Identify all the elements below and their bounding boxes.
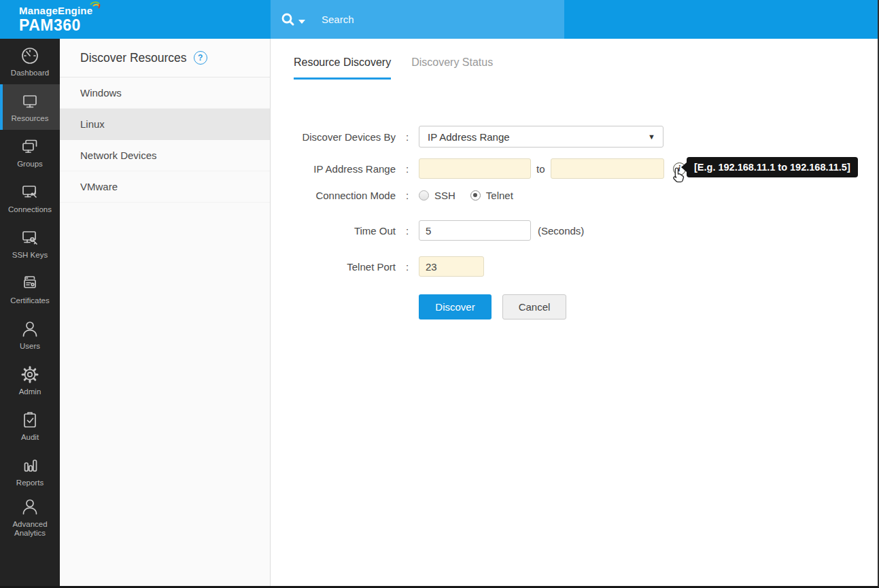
- ip-range-row: IP Address Range : to [E.g. 192.168.11.1…: [294, 158, 878, 179]
- telnet-port-label: Telnet Port: [294, 261, 396, 273]
- sidebar-item[interactable]: Connections: [0, 175, 60, 221]
- tab-label: Resource Discovery: [294, 56, 391, 68]
- brand-name: ManageEngine: [19, 5, 92, 16]
- sidebar-item[interactable]: Users: [0, 312, 60, 358]
- page-title: Discover Resources: [80, 51, 187, 65]
- sidebar-item-label: Connections: [8, 205, 52, 214]
- resources-icon: [19, 90, 41, 112]
- telnet-port-input[interactable]: [419, 256, 484, 277]
- connections-icon: [19, 181, 41, 203]
- radio-option-label: SSH: [434, 190, 455, 201]
- ssh-keys-icon: [19, 227, 41, 249]
- sidebar-item-label: Admin: [19, 387, 41, 396]
- sidebar-item[interactable]: Groups: [0, 130, 60, 175]
- ip-range-label: IP Address Range: [294, 163, 396, 175]
- resource-type-item[interactable]: Windows: [60, 77, 270, 109]
- sidebar-item-label: Advanced Analytics: [3, 520, 56, 538]
- sidebar-item-label: Audit: [21, 433, 39, 442]
- help-icon[interactable]: [194, 51, 207, 65]
- certificates-icon: [19, 273, 41, 294]
- discovery-form: Discover Devices By : IP Address Range I…: [294, 126, 878, 319]
- timeout-row: Time Out : (Seconds): [294, 220, 878, 241]
- sidebar-item-label: Groups: [17, 160, 43, 169]
- groups-icon: [19, 136, 41, 158]
- connection-mode-option[interactable]: SSH: [419, 190, 455, 201]
- advanced-analytics-icon: [19, 496, 41, 518]
- tab[interactable]: Discovery Status: [411, 56, 493, 80]
- search-input[interactable]: [322, 14, 546, 25]
- top-header: ManageEngine PAM360: [0, 0, 878, 39]
- sidebar-item-label: Resources: [12, 114, 49, 123]
- secondary-sidebar: Discover Resources Windows Linux Network…: [60, 39, 271, 586]
- reports-icon: [19, 455, 41, 477]
- ip-range-to-label: to: [536, 163, 545, 175]
- radio-option-label: Telnet: [486, 190, 513, 201]
- dashboard-icon: [19, 45, 41, 67]
- telnet-port-row: Telnet Port :: [294, 256, 878, 277]
- sidebar-item[interactable]: Resources: [0, 84, 60, 130]
- radio-icon: [470, 190, 481, 201]
- resource-type-label: Network Devices: [80, 150, 157, 161]
- tab-bar: Resource Discovery Discovery Status: [294, 39, 878, 80]
- timeout-input[interactable]: [419, 220, 531, 241]
- product-name: PAM360: [19, 16, 92, 35]
- ip-range-to-input[interactable]: [551, 158, 664, 179]
- sidebar-item[interactable]: Admin: [0, 358, 60, 403]
- discover-by-selected-value: IP Address Range: [428, 131, 510, 143]
- resource-type-item[interactable]: VMware: [60, 171, 270, 203]
- sidebar-item[interactable]: Audit: [0, 403, 60, 449]
- ip-range-tooltip: [E.g. 192.168.11.1 to 192.168.11.5]: [687, 157, 858, 177]
- connection-mode-row: Connection Mode : SSH Telnet: [294, 184, 878, 207]
- tooltip-arrow: [681, 162, 687, 172]
- tab-label: Discovery Status: [411, 56, 493, 68]
- audit-icon: [19, 409, 41, 431]
- discover-by-label: Discover Devices By: [294, 131, 396, 143]
- main-content: Resource Discovery Discovery Status Disc…: [271, 39, 878, 586]
- cancel-button[interactable]: Cancel: [502, 294, 566, 319]
- discover-by-select[interactable]: IP Address Range: [419, 126, 663, 148]
- secondary-sidebar-header: Discover Resources: [60, 39, 270, 77]
- sidebar-item[interactable]: SSH Keys: [0, 221, 60, 266]
- connection-mode-label: Connection Mode: [294, 190, 396, 201]
- product-logo: ManageEngine PAM360: [19, 5, 92, 35]
- resource-type-label: Linux: [80, 118, 105, 130]
- search-icon[interactable]: [280, 12, 296, 28]
- sidebar-item-label: Certificates: [10, 296, 50, 305]
- resource-type-label: VMware: [80, 181, 118, 192]
- tooltip-text: [E.g. 192.168.11.1 to 192.168.11.5]: [694, 162, 850, 173]
- resource-type-label: Windows: [80, 87, 122, 99]
- resource-type-item[interactable]: Network Devices: [60, 140, 270, 171]
- ip-range-from-input[interactable]: [419, 158, 531, 179]
- discover-by-row: Discover Devices By : IP Address Range: [294, 126, 878, 148]
- timeout-unit-label: (Seconds): [538, 225, 584, 237]
- main-sidebar: Dashboard Resources Groups Connections: [0, 39, 60, 586]
- sidebar-item-label: SSH Keys: [12, 251, 48, 260]
- users-icon: [19, 318, 41, 340]
- tab[interactable]: Resource Discovery: [294, 56, 391, 80]
- sidebar-item[interactable]: Certificates: [0, 266, 60, 312]
- search-bar: [271, 0, 564, 39]
- connection-mode-option[interactable]: Telnet: [470, 190, 513, 201]
- sidebar-item-label: Dashboard: [11, 69, 49, 77]
- sidebar-item[interactable]: Reports: [0, 449, 60, 494]
- sidebar-item[interactable]: Advanced Analytics: [0, 494, 60, 540]
- sidebar-item[interactable]: Dashboard: [0, 39, 60, 84]
- resource-type-item[interactable]: Linux: [60, 109, 270, 140]
- search-scope-caret-icon[interactable]: [298, 20, 305, 24]
- admin-icon: [19, 364, 41, 385]
- sidebar-item-label: Users: [20, 342, 40, 351]
- sidebar-item-label: Reports: [16, 479, 44, 487]
- timeout-label: Time Out: [294, 225, 396, 237]
- radio-icon: [419, 190, 429, 201]
- form-actions: Discover Cancel: [294, 294, 878, 319]
- discover-button[interactable]: Discover: [419, 294, 492, 319]
- app-window: ManageEngine PAM360: [0, 0, 879, 588]
